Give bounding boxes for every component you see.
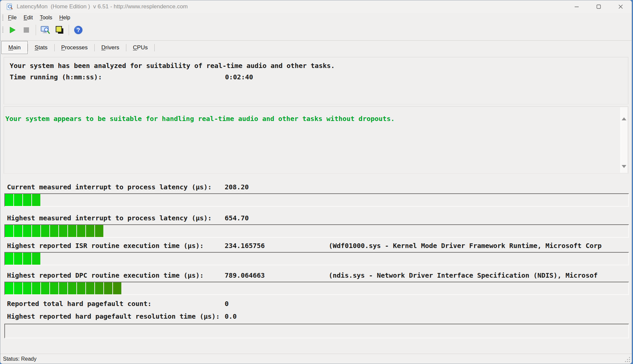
latency-bar-segment bbox=[5, 253, 13, 265]
resize-grip[interactable] bbox=[624, 356, 630, 362]
pagefault-bar-empty bbox=[4, 324, 629, 338]
latency-bar-segment bbox=[5, 194, 13, 206]
svg-text:?: ? bbox=[77, 27, 80, 33]
start-monitor-button[interactable] bbox=[5, 23, 19, 37]
latency-bar-segment bbox=[41, 225, 49, 237]
latency-bar-segment bbox=[77, 225, 85, 237]
stop-icon bbox=[23, 27, 29, 33]
verdict-scrollbar[interactable] bbox=[620, 107, 627, 173]
measurement-value: 234.165756 bbox=[225, 242, 265, 250]
menu-gripper[interactable] bbox=[2, 15, 3, 21]
latency-bar-segment bbox=[14, 282, 22, 294]
title-bar[interactable]: LatencyMon (Home Edition ) v 6.51 - http… bbox=[0, 0, 632, 13]
measurement-label: Current measured interrupt to process la… bbox=[7, 183, 212, 191]
latency-bar bbox=[4, 193, 629, 207]
verdict-panel: Your system appears to be suitable for h… bbox=[4, 106, 628, 174]
pagefault-value: 0 bbox=[225, 300, 229, 308]
latency-bar-segment bbox=[23, 282, 31, 294]
measurement-label: Highest reported ISR routine execution t… bbox=[7, 242, 204, 250]
menu-file[interactable]: File bbox=[5, 14, 19, 21]
measurement-value: 208.20 bbox=[225, 183, 249, 191]
latency-bar-segment bbox=[68, 282, 76, 294]
latency-bar bbox=[4, 252, 629, 265]
stop-monitor-button[interactable] bbox=[19, 23, 33, 37]
status-text: Status: Ready bbox=[3, 356, 37, 362]
latencymon-window: LatencyMon (Home Edition ) v 6.51 - http… bbox=[0, 0, 632, 364]
help-icon: ? bbox=[73, 25, 83, 35]
status-bar: Status: Ready bbox=[0, 354, 632, 364]
latency-bar-segment bbox=[32, 194, 40, 206]
measurement-value: 789.064663 bbox=[225, 271, 265, 279]
maximize-button[interactable] bbox=[588, 0, 610, 13]
menu-items: FileEditToolsHelp bbox=[5, 15, 75, 21]
latency-bar-segment bbox=[86, 282, 94, 294]
latency-bar-segment bbox=[95, 282, 103, 294]
latency-bar-segment bbox=[77, 282, 85, 294]
latency-bar-segment bbox=[59, 225, 67, 237]
menu-edit[interactable]: Edit bbox=[21, 14, 36, 21]
pagefault-label: Reported total hard pagefault count: bbox=[7, 300, 151, 308]
menu-help[interactable]: Help bbox=[57, 14, 73, 21]
measurement-block: Highest reported ISR routine execution t… bbox=[0, 241, 632, 266]
latency-bar bbox=[4, 282, 629, 295]
latency-bar-segment bbox=[23, 194, 31, 206]
minimize-button[interactable] bbox=[566, 0, 588, 13]
tab-main[interactable]: Main bbox=[1, 41, 28, 54]
latency-bar-segment bbox=[32, 225, 40, 237]
measurement-block: Highest measured interrupt to process la… bbox=[0, 213, 632, 239]
menu-tools[interactable]: Tools bbox=[37, 14, 55, 21]
toolbar-separator bbox=[69, 25, 69, 35]
copy-pages-icon bbox=[55, 26, 64, 35]
latency-bar-segment bbox=[23, 225, 31, 237]
close-button[interactable] bbox=[610, 0, 632, 13]
measurement-label: Highest reported DPC routine execution t… bbox=[7, 271, 204, 279]
latency-bar bbox=[4, 224, 629, 238]
latency-bar-segment bbox=[23, 253, 31, 265]
scroll-down-icon[interactable] bbox=[622, 165, 626, 168]
latency-bar-segment bbox=[50, 225, 58, 237]
latency-bar-segment bbox=[32, 282, 40, 294]
tab-cpus[interactable]: CPUs bbox=[126, 41, 154, 55]
tab-drivers[interactable]: Drivers bbox=[95, 41, 126, 55]
scroll-up-icon[interactable] bbox=[622, 117, 626, 120]
analyze-button[interactable] bbox=[38, 23, 52, 37]
minimize-icon bbox=[574, 4, 579, 9]
play-icon bbox=[8, 26, 16, 34]
latency-bar-segment bbox=[113, 282, 121, 294]
tab-stats[interactable]: Stats bbox=[28, 41, 54, 55]
latency-bar-segment bbox=[104, 282, 112, 294]
latency-bar-segment bbox=[14, 225, 22, 237]
verdict-text: Your system appears to be suitable for h… bbox=[5, 115, 395, 123]
latency-bar-segment bbox=[5, 282, 13, 294]
pagefault-row: Highest reported hard pagefault resoluti… bbox=[0, 312, 632, 322]
latency-bar-segment bbox=[14, 253, 22, 265]
latency-bar-segment bbox=[5, 225, 13, 237]
toolbar-gripper[interactable] bbox=[2, 27, 3, 33]
latency-bar-segment bbox=[14, 194, 22, 206]
pagefault-value: 0.0 bbox=[225, 312, 237, 320]
latency-bar-segment bbox=[32, 253, 40, 265]
help-button[interactable]: ? bbox=[71, 23, 85, 37]
toolbar-separator bbox=[36, 25, 36, 35]
measurement-block: Highest reported DPC routine execution t… bbox=[0, 271, 632, 296]
tab-separator bbox=[154, 44, 155, 51]
processes-button[interactable] bbox=[52, 23, 66, 37]
maximize-icon bbox=[596, 4, 601, 9]
latency-bar-segment bbox=[50, 282, 58, 294]
analyze-icon bbox=[40, 25, 50, 35]
tab-bar: MainStatsProcessesDriversCPUs bbox=[0, 41, 632, 55]
latency-bar-segment bbox=[41, 282, 49, 294]
latency-bar-segment bbox=[68, 225, 76, 237]
pagefault-row: Reported total hard pagefault count: 0 bbox=[0, 299, 632, 309]
pagefault-label: Highest reported hard pagefault resoluti… bbox=[7, 312, 220, 320]
latency-bar-segment bbox=[59, 282, 67, 294]
toolbar: ? bbox=[0, 22, 632, 41]
window-title: LatencyMon (Home Edition ) v 6.51 - http… bbox=[17, 3, 188, 10]
time-running-label: Time running (h:mm:ss): bbox=[10, 73, 102, 81]
summary-panel: Your system has been analyzed for suitab… bbox=[4, 57, 628, 104]
latency-bar-segment bbox=[86, 225, 94, 237]
tab-processes[interactable]: Processes bbox=[55, 41, 94, 55]
window-controls bbox=[566, 0, 632, 13]
close-icon bbox=[618, 4, 623, 9]
measurement-value: 654.70 bbox=[225, 214, 249, 222]
